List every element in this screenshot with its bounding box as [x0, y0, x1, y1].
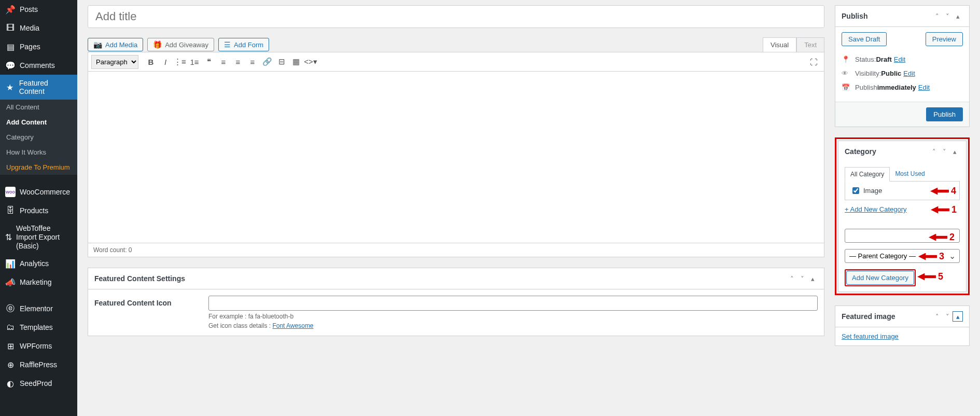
- icon-help-2: Get icon class details : Font Awesome: [208, 322, 818, 329]
- import-export-icon: ⇅: [5, 232, 12, 242]
- sidebar-item-templates[interactable]: 🗂Templates: [0, 318, 77, 337]
- publish-move-down[interactable]: ˅: [942, 11, 953, 21]
- edit-status-link[interactable]: Edit: [894, 56, 905, 63]
- tab-text[interactable]: Text: [796, 37, 824, 52]
- italic-button[interactable]: I: [158, 54, 173, 69]
- bold-button[interactable]: B: [144, 54, 158, 69]
- sidebar-item-comments[interactable]: 💬Comments: [0, 56, 77, 75]
- rafflepress-icon: ⊕: [5, 359, 16, 370]
- visibility-icon: 👁: [842, 70, 852, 77]
- new-category-name-input[interactable]: [845, 229, 960, 243]
- blockquote-button[interactable]: ❝: [202, 54, 216, 69]
- move-up-button[interactable]: ˄: [787, 273, 797, 284]
- tinymce-editor: Paragraph B I ⋮≡ 1≡ ❝ ≡ ≡ ≡ 🔗 ⊟ ▦ <>▾ ⛶ …: [88, 52, 824, 257]
- pin-icon: 📌: [5, 4, 16, 15]
- chart-icon: 📊: [5, 258, 16, 269]
- elementor-icon: ⓔ: [5, 303, 16, 314]
- read-more-button[interactable]: ⊟: [274, 54, 289, 69]
- publish-title: Publish: [842, 12, 932, 20]
- sidebar-item-marketing[interactable]: 📣Marketing: [0, 273, 77, 292]
- preview-button[interactable]: Preview: [926, 32, 963, 46]
- edit-visibility-link[interactable]: Edit: [903, 70, 915, 77]
- link-button[interactable]: 🔗: [260, 54, 274, 69]
- bullet-list-button[interactable]: ⋮≡: [173, 54, 187, 69]
- publish-toggle[interactable]: ▴: [953, 11, 963, 21]
- fullscreen-button[interactable]: ⛶: [806, 54, 821, 69]
- fi-move-up[interactable]: ˄: [932, 311, 942, 322]
- category-annotation-box: Category ˄ ˅ ▴ All Category Most Used Im…: [835, 137, 970, 295]
- sidebar-item-woocommerce[interactable]: wooWooCommerce: [0, 183, 77, 201]
- fi-move-down[interactable]: ˅: [942, 311, 953, 322]
- post-title-input[interactable]: [88, 5, 824, 28]
- format-select[interactable]: Paragraph: [91, 55, 138, 69]
- featured-image-metabox: Featured image ˄ ˅ ▴ Set featured image: [835, 306, 970, 346]
- move-down-button[interactable]: ˅: [797, 273, 807, 284]
- sidebar-item-media[interactable]: 🎞Media: [0, 19, 77, 37]
- woo-icon: woo: [5, 187, 16, 197]
- sidebar-sub-add-content[interactable]: Add Content: [0, 115, 77, 130]
- sidebar-item-webtoffee[interactable]: ⇅WebToffee Import Export (Basic): [0, 220, 77, 254]
- word-count: Word count: 0: [88, 243, 824, 257]
- category-toggle[interactable]: ▴: [949, 146, 960, 157]
- arrow-icon: [931, 206, 949, 214]
- arrow-icon: [917, 273, 936, 281]
- icon-field-label: Featured Content Icon: [94, 296, 198, 307]
- category-move-up[interactable]: ˄: [929, 146, 939, 157]
- tab-most-used[interactable]: Most Used: [890, 167, 930, 181]
- category-move-down[interactable]: ˅: [939, 146, 949, 157]
- sidebar-item-featured-content[interactable]: ★Featured Content: [0, 75, 77, 100]
- align-left-button[interactable]: ≡: [216, 54, 231, 69]
- featured-image-title: Featured image: [842, 312, 932, 321]
- annotation-1: 1: [951, 204, 957, 215]
- add-new-category-link[interactable]: + Add New Category: [845, 205, 907, 213]
- align-center-button[interactable]: ≡: [231, 54, 245, 69]
- sidebar-item-products[interactable]: 🗄Products: [0, 201, 77, 220]
- sidebar-sub-how-it-works[interactable]: How It Works: [0, 145, 77, 160]
- main-content: 📷Add Media 🎁Add Giveaway ☰Add Form Visua…: [77, 0, 835, 416]
- calendar-icon: 📅: [842, 84, 852, 91]
- toggle-button[interactable]: ▴: [807, 273, 818, 284]
- sidebar-sub-category[interactable]: Category: [0, 130, 77, 145]
- category-image-label: Image: [863, 187, 882, 195]
- admin-sidebar: 📌Posts 🎞Media ▤Pages 💬Comments ★Featured…: [0, 0, 77, 416]
- sidebar-item-elementor[interactable]: ⓔElementor: [0, 299, 77, 318]
- editor-mode-tabs: Visual Text: [763, 37, 824, 52]
- sidebar-sub-all-content[interactable]: All Content: [0, 100, 77, 115]
- giveaway-icon: 🎁: [153, 40, 162, 49]
- seedprod-icon: ◐: [5, 378, 16, 389]
- icon-help-1: For example : fa fa-bluetooth-b: [208, 313, 818, 320]
- sidebar-item-seedprod[interactable]: ◐SeedProd: [0, 374, 77, 393]
- publish-move-up[interactable]: ˄: [932, 11, 942, 21]
- add-new-category-button[interactable]: Add New Category: [846, 271, 914, 285]
- editor-content-area[interactable]: [88, 72, 824, 243]
- sidebar-item-analytics[interactable]: 📊Analytics: [0, 254, 77, 273]
- source-button[interactable]: <>▾: [303, 54, 318, 69]
- tab-visual[interactable]: Visual: [763, 37, 796, 52]
- parent-category-select[interactable]: — Parent Category —: [845, 249, 960, 263]
- set-featured-image-link[interactable]: Set featured image: [842, 332, 899, 340]
- featured-content-settings-box: Featured Content Settings ˄ ˅ ▴ Featured…: [88, 268, 824, 336]
- publish-button[interactable]: Publish: [926, 107, 963, 121]
- save-draft-button[interactable]: Save Draft: [842, 32, 887, 46]
- sidebar-sub-upgrade[interactable]: Upgrade To Premium: [0, 160, 77, 175]
- featured-icon-input[interactable]: [208, 296, 818, 311]
- settings-title: Featured Content Settings: [94, 274, 787, 283]
- font-awesome-link[interactable]: Font Awesome: [272, 322, 313, 329]
- sidebar-item-pages[interactable]: ▤Pages: [0, 37, 77, 56]
- tab-all-category[interactable]: All Category: [845, 167, 890, 182]
- sidebar-item-posts[interactable]: 📌Posts: [0, 0, 77, 19]
- add-media-button[interactable]: 📷Add Media: [88, 38, 143, 51]
- star-icon: ★: [5, 82, 15, 92]
- form-icon: ☰: [224, 40, 231, 49]
- sidebar-item-wpforms[interactable]: ⊞WPForms: [0, 337, 77, 355]
- edit-schedule-link[interactable]: Edit: [918, 84, 930, 91]
- align-right-button[interactable]: ≡: [245, 54, 260, 69]
- add-giveaway-button[interactable]: 🎁Add Giveaway: [147, 38, 214, 51]
- camera-music-icon: 📷: [93, 40, 102, 49]
- table-button[interactable]: ▦: [289, 54, 303, 69]
- add-form-button[interactable]: ☰Add Form: [218, 38, 269, 51]
- number-list-button[interactable]: 1≡: [187, 54, 202, 69]
- sidebar-item-rafflepress[interactable]: ⊕RafflePress: [0, 355, 77, 374]
- fi-toggle[interactable]: ▴: [953, 311, 963, 322]
- category-image-checkbox[interactable]: [852, 187, 859, 194]
